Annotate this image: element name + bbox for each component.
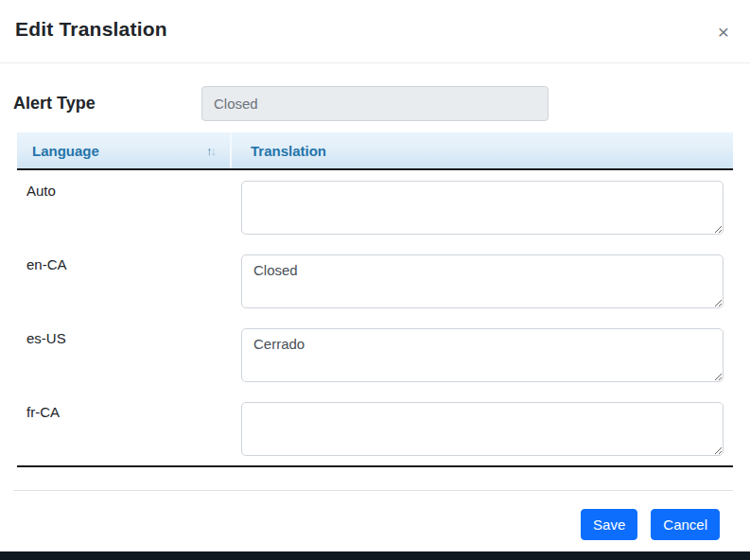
table-row: Auto <box>17 170 733 244</box>
table-header-row: Language ↑↓ Translation <box>17 132 733 170</box>
edit-translation-modal: Edit Translation × Alert Type Language ↑… <box>0 0 750 540</box>
modal-footer: Save Cancel <box>13 490 733 540</box>
alert-type-input <box>201 86 549 121</box>
modal-title: Edit Translation <box>15 16 167 43</box>
table-row: fr-CA <box>17 392 733 465</box>
close-icon[interactable]: × <box>712 18 735 45</box>
translation-textarea-en-ca[interactable]: Closed <box>241 254 724 308</box>
translation-textarea-es-us[interactable]: Cerrado <box>241 328 724 382</box>
translation-cell: Closed <box>232 244 733 318</box>
language-cell: fr-CA <box>17 392 232 465</box>
cancel-button[interactable]: Cancel <box>651 509 720 540</box>
page-background-strip <box>0 551 750 560</box>
modal-header: Edit Translation × <box>0 0 750 63</box>
translation-column-label: Translation <box>251 143 326 159</box>
language-cell: es-US <box>17 318 232 392</box>
sort-icon: ↑↓ <box>206 144 215 158</box>
language-column-label: Language <box>32 143 99 159</box>
alert-type-label: Alert Type <box>13 94 201 114</box>
translation-textarea-fr-ca[interactable] <box>241 402 724 456</box>
language-cell: Auto <box>17 170 232 244</box>
column-header-language[interactable]: Language ↑↓ <box>17 132 232 168</box>
column-header-translation: Translation <box>232 132 733 168</box>
table-row: es-US Cerrado <box>17 318 733 392</box>
save-button[interactable]: Save <box>581 509 637 540</box>
modal-body: Alert Type Language ↑↓ Translation Auto <box>0 63 750 540</box>
translation-cell <box>232 392 733 465</box>
translation-textarea-auto[interactable] <box>241 181 724 235</box>
language-cell: en-CA <box>17 244 232 318</box>
translation-cell: Cerrado <box>232 318 733 392</box>
table-row: en-CA Closed <box>17 244 733 318</box>
translations-table: Language ↑↓ Translation Auto en-CA Close… <box>17 132 733 467</box>
translation-cell <box>232 170 733 244</box>
alert-type-row: Alert Type <box>13 86 733 121</box>
